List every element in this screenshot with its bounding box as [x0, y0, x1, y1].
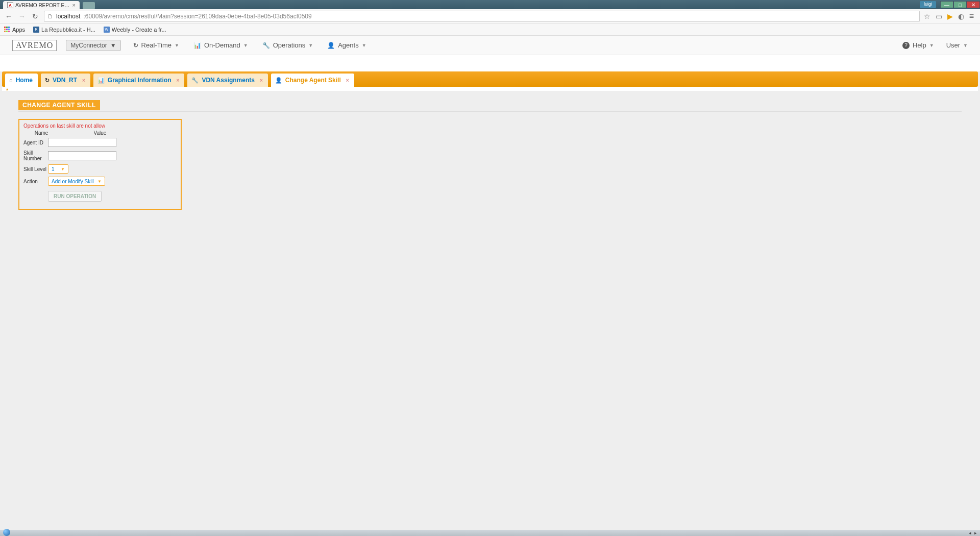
user-icon: 👤	[275, 77, 282, 84]
tab-label: Home	[16, 77, 33, 84]
warning-text: Operations on last skill are not allow	[23, 123, 177, 129]
menu-agents[interactable]: 👤 Agents ▼	[327, 41, 366, 49]
spacer	[0, 55, 980, 71]
scroll-left-icon[interactable]: ◂	[969, 530, 971, 535]
maximize-button[interactable]: □	[953, 1, 967, 8]
menu-label: Help	[913, 41, 926, 49]
action-value: Add or Modify Skill	[52, 179, 94, 184]
bookmark-label: La Repubblica.it - H...	[41, 27, 95, 33]
home-icon: ⌂	[9, 77, 13, 83]
refresh-icon: ↻	[133, 42, 138, 49]
window-titlebar: A AVREMO REPORT EXPLORER × luigi — □ ✕	[0, 0, 980, 9]
tab-vdn-rt[interactable]: ↻ VDN_RT ×	[41, 74, 90, 87]
refresh-icon: ↻	[45, 77, 50, 84]
header-value: Value	[59, 130, 177, 136]
chevron-down-icon: ▼	[61, 167, 65, 172]
close-tab-icon[interactable]: ×	[82, 78, 85, 83]
tab-label: VDN Assignments	[202, 77, 255, 84]
bookmark-label: Weebly - Create a fr...	[112, 27, 166, 33]
back-button[interactable]: ←	[4, 12, 13, 20]
close-tab-icon[interactable]: ×	[346, 78, 349, 83]
new-tab-button[interactable]	[83, 2, 95, 9]
start-orb-icon[interactable]	[3, 529, 10, 536]
chevron-down-icon: ▼	[929, 43, 934, 48]
chrome-menu-icon[interactable]: ≡	[969, 12, 974, 21]
header-name: Name	[23, 130, 59, 136]
menu-realtime[interactable]: ↻ Real-Time ▼	[133, 41, 179, 49]
skill-number-input[interactable]	[48, 151, 116, 160]
app-logo[interactable]: AVREMO	[12, 40, 57, 51]
tab-graphical-info[interactable]: 📊 Graphical Information ×	[93, 74, 185, 87]
bookmark-item[interactable]: W Weebly - Create a fr...	[104, 27, 166, 33]
apps-icon	[4, 27, 10, 33]
scroll-right-icon[interactable]: ▸	[974, 530, 977, 535]
menu-user[interactable]: User ▼	[946, 41, 968, 49]
menu-operations[interactable]: 🔧 Operations ▼	[262, 41, 313, 49]
row-skill-level: Skill Level 1 ▼	[23, 164, 177, 174]
menu-label: Real-Time	[141, 41, 172, 49]
menu-label: Operations	[273, 41, 306, 49]
chevron-down-icon: ▼	[175, 43, 179, 48]
apps-label: Apps	[12, 27, 25, 33]
minimize-button[interactable]: —	[940, 1, 953, 8]
close-window-button[interactable]: ✕	[967, 1, 980, 8]
menu-label: User	[946, 41, 960, 49]
page-title: CHANGE AGENT SKILL	[18, 100, 100, 110]
menu-right: ? Help ▼ User ▼	[902, 41, 968, 49]
url-path: :60009/avremo/cms/restful/Main?session=2…	[83, 13, 311, 20]
bookmark-item[interactable]: R La Repubblica.it - H...	[33, 27, 95, 33]
chevron-down-icon: ▼	[963, 43, 968, 48]
workspace-tabs: ⌂ Home ↻ VDN_RT × 📊 Graphical Informatio…	[2, 71, 978, 87]
main-menu: ↻ Real-Time ▼ 📊 On-Demand ▼ 🔧 Operations…	[133, 41, 902, 49]
connector-select[interactable]: MyConnector ▼	[66, 40, 120, 51]
menu-label: On-Demand	[204, 41, 240, 49]
connector-label: MyConnector	[70, 42, 107, 49]
address-bar-row: ← → ↻ 🗋 localhost:60009/avremo/cms/restf…	[0, 9, 980, 23]
action-select[interactable]: Add or Modify Skill ▼	[48, 177, 105, 186]
forward-button[interactable]: →	[17, 12, 27, 20]
skill-level-value: 1	[52, 166, 55, 172]
run-operation-button[interactable]: RUN OPERATION	[48, 191, 102, 202]
close-tab-icon[interactable]: ×	[260, 78, 263, 83]
skill-level-select[interactable]: 1 ▼	[48, 164, 68, 174]
taskbar: ◂ ▸	[0, 530, 980, 536]
close-tab-icon[interactable]: ×	[177, 78, 180, 83]
content-area: CHANGE AGENT SKILL Operations on last sk…	[0, 91, 980, 219]
star-icon[interactable]: ☆	[924, 12, 930, 20]
chevron-down-icon: ▼	[362, 43, 366, 48]
apps-shortcut[interactable]: Apps	[4, 27, 25, 33]
reload-button[interactable]: ↻	[31, 12, 40, 20]
user-badge[interactable]: luigi	[920, 1, 936, 8]
wrench-icon: 🔧	[191, 77, 199, 84]
help-icon: ?	[902, 42, 910, 49]
agent-id-input[interactable]	[48, 138, 116, 147]
chevron-down-icon: ▼	[97, 179, 102, 184]
close-tab-icon[interactable]: ×	[72, 2, 76, 8]
extension-icon[interactable]: ◐	[958, 12, 964, 20]
wrench-icon: 🔧	[262, 42, 270, 49]
play-icon[interactable]: ▶	[947, 12, 953, 20]
skill-number-label: Skill Number	[23, 150, 48, 161]
row-skill-number: Skill Number	[23, 150, 177, 161]
browser-tab[interactable]: A AVREMO REPORT EXPLORER ×	[3, 1, 80, 9]
agent-id-label: Agent ID	[23, 140, 48, 145]
tab-vdn-assignments[interactable]: 🔧 VDN Assignments ×	[187, 74, 267, 87]
tab-change-agent-skill[interactable]: 👤 Change Agent Skill ×	[271, 74, 354, 87]
url-host: localhost	[56, 13, 80, 20]
chevron-down-icon: ▼	[308, 43, 313, 48]
menu-help[interactable]: ? Help ▼	[902, 41, 934, 49]
row-agent-id: Agent ID	[23, 138, 177, 147]
tab-label: VDN_RT	[53, 77, 77, 84]
collapse-handle[interactable]: ▴	[2, 87, 978, 91]
chart-icon: 📊	[97, 77, 105, 84]
dropdown-caret-icon: ▼	[110, 42, 116, 49]
browser-tab-title: AVREMO REPORT EXPLORER	[15, 3, 70, 8]
url-bar[interactable]: 🗋 localhost:60009/avremo/cms/restful/Mai…	[44, 11, 920, 22]
form-header: Name Value	[23, 130, 177, 136]
chart-icon: 📊	[193, 42, 201, 49]
menu-ondemand[interactable]: 📊 On-Demand ▼	[193, 41, 248, 49]
bookmarks-bar: Apps R La Repubblica.it - H... W Weebly …	[0, 23, 980, 36]
tab-label: Graphical Information	[108, 77, 172, 84]
tab-home[interactable]: ⌂ Home	[5, 74, 38, 87]
present-icon[interactable]: ▭	[936, 12, 942, 20]
